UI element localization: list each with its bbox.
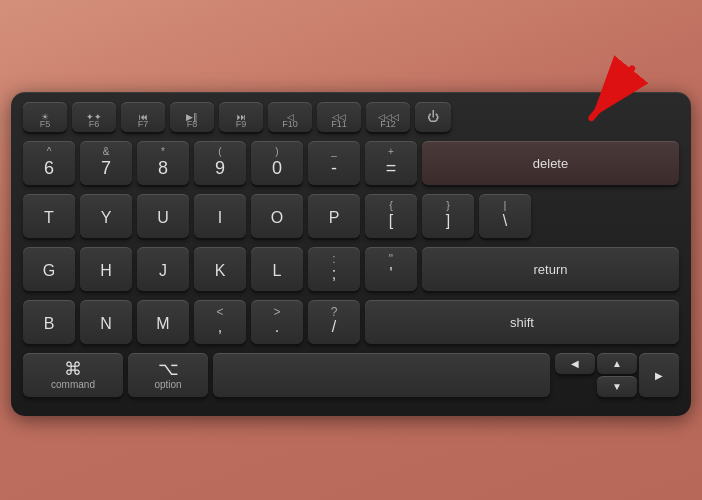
key-delete[interactable]: delete	[422, 141, 679, 185]
key-g-main: G	[43, 262, 55, 280]
key-period-top: >	[273, 305, 280, 319]
key-quote-main: '	[389, 265, 392, 283]
key-backslash-main: \	[503, 212, 507, 230]
key-t[interactable]: T	[23, 194, 75, 238]
key-9-main: 9	[215, 158, 225, 179]
key-f8-label: F8	[187, 119, 198, 129]
home-row: G H J K L : ; " ' return	[23, 247, 679, 291]
key-slash[interactable]: ? /	[308, 300, 360, 344]
key-n-main: N	[100, 315, 112, 333]
key-return-label: return	[534, 262, 568, 277]
key-power[interactable]: ⏻	[415, 102, 451, 132]
key-shift[interactable]: shift	[365, 300, 679, 344]
key-y-main: Y	[101, 209, 112, 227]
key-f11[interactable]: ◁◁ F11	[317, 102, 361, 132]
key-bracket-open-top: {	[389, 199, 393, 211]
key-f8[interactable]: ▶‖ F8	[170, 102, 214, 132]
key-i-main: I	[218, 209, 222, 227]
key-command-label: command	[51, 379, 95, 390]
key-bracket-open-main: [	[389, 212, 393, 230]
key-bracket-open[interactable]: { [	[365, 194, 417, 238]
key-m-main: M	[156, 315, 169, 333]
key-0[interactable]: ) 0	[251, 141, 303, 185]
key-slash-top: ?	[331, 305, 338, 319]
key-t-main: T	[44, 209, 54, 227]
key-p[interactable]: P	[308, 194, 360, 238]
key-arrow-up-symbol: ▲	[612, 358, 622, 369]
key-o[interactable]: O	[251, 194, 303, 238]
key-j[interactable]: J	[137, 247, 189, 291]
key-f10[interactable]: ◁ F10	[268, 102, 312, 132]
key-i[interactable]: I	[194, 194, 246, 238]
arrow-cluster: ◀ ▲ ▼ ▶	[555, 353, 679, 397]
key-semicolon-main: ;	[332, 265, 336, 283]
key-bracket-close[interactable]: } ]	[422, 194, 474, 238]
key-semicolon[interactable]: : ;	[308, 247, 360, 291]
key-8-top: *	[161, 146, 165, 157]
key-backslash[interactable]: | \	[479, 194, 531, 238]
key-comma-top: <	[216, 305, 223, 319]
key-semicolon-top: :	[332, 252, 335, 266]
key-equals[interactable]: + =	[365, 141, 417, 185]
key-k[interactable]: K	[194, 247, 246, 291]
key-command[interactable]: ⌘ command	[23, 353, 123, 397]
key-n[interactable]: N	[80, 300, 132, 344]
key-f7[interactable]: ⏮ F7	[121, 102, 165, 132]
key-f9[interactable]: ⏭ F9	[219, 102, 263, 132]
key-arrow-down[interactable]: ▼	[597, 376, 637, 397]
key-quote-top: "	[389, 252, 393, 266]
keyboard-wrapper: ☀︎ F5 ✦✦ F6 ⏮ F7 ▶‖ F8 ⏭ F9 ◁ F10	[0, 0, 702, 500]
key-space[interactable]	[213, 353, 550, 397]
key-p-main: P	[329, 209, 340, 227]
key-arrow-right[interactable]: ▶	[639, 353, 679, 397]
key-b[interactable]: B	[23, 300, 75, 344]
key-return[interactable]: return	[422, 247, 679, 291]
key-k-main: K	[215, 262, 226, 280]
key-6-main: 6	[44, 158, 54, 179]
key-7[interactable]: & 7	[80, 141, 132, 185]
key-delete-label: delete	[533, 156, 568, 171]
key-b-main: B	[44, 315, 55, 333]
key-6[interactable]: ^ 6	[23, 141, 75, 185]
key-0-top: )	[275, 146, 278, 157]
key-8[interactable]: * 8	[137, 141, 189, 185]
key-8-main: 8	[158, 158, 168, 179]
key-period[interactable]: > .	[251, 300, 303, 344]
key-equals-top: +	[388, 146, 394, 157]
qwerty-top-row: T Y U I O P { [ } ]	[23, 194, 679, 238]
key-u[interactable]: U	[137, 194, 189, 238]
key-7-main: 7	[101, 158, 111, 179]
arrow-top-row: ◀ ▲ ▼ ▶	[555, 353, 679, 397]
key-arrow-left[interactable]: ◀	[555, 353, 595, 374]
key-h[interactable]: H	[80, 247, 132, 291]
key-9[interactable]: ( 9	[194, 141, 246, 185]
key-h-main: H	[100, 262, 112, 280]
key-6-top: ^	[47, 146, 52, 157]
key-f6[interactable]: ✦✦ F6	[72, 102, 116, 132]
key-y[interactable]: Y	[80, 194, 132, 238]
arrow-up-down: ▲ ▼	[597, 353, 637, 397]
key-0-main: 0	[272, 158, 282, 179]
key-j-main: J	[159, 262, 167, 280]
key-option[interactable]: ⌥ option	[128, 353, 208, 397]
key-l[interactable]: L	[251, 247, 303, 291]
key-equals-main: =	[386, 158, 397, 179]
key-l-main: L	[273, 262, 282, 280]
key-f12-label: F12	[380, 119, 396, 129]
key-m[interactable]: M	[137, 300, 189, 344]
key-arrow-up[interactable]: ▲	[597, 353, 637, 374]
key-f10-label: F10	[282, 119, 298, 129]
key-minus[interactable]: _ -	[308, 141, 360, 185]
key-g[interactable]: G	[23, 247, 75, 291]
fn-row: ☀︎ F5 ✦✦ F6 ⏮ F7 ▶‖ F8 ⏭ F9 ◁ F10	[23, 102, 679, 132]
key-quote[interactable]: " '	[365, 247, 417, 291]
key-bracket-close-main: ]	[446, 212, 450, 230]
key-f7-label: F7	[138, 119, 149, 129]
key-f5[interactable]: ☀︎ F5	[23, 102, 67, 132]
key-comma[interactable]: < ,	[194, 300, 246, 344]
key-9-top: (	[218, 146, 221, 157]
key-power-symbol: ⏻	[427, 110, 439, 124]
key-shift-label: shift	[510, 315, 534, 330]
key-f12[interactable]: ◁◁◁ F12	[366, 102, 410, 132]
key-arrow-right-symbol: ▶	[655, 370, 663, 381]
